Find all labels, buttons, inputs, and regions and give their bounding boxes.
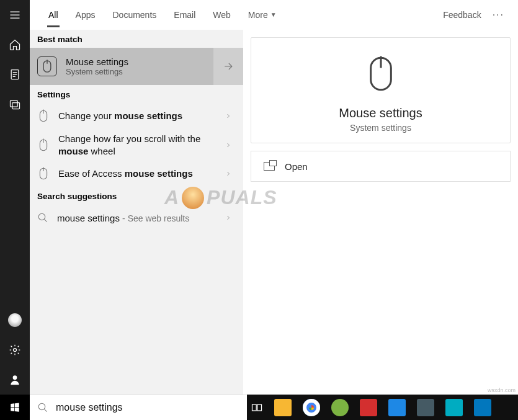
mouse-icon bbox=[37, 166, 50, 181]
settings-result-text: Change your mouse settings bbox=[58, 110, 182, 122]
search-input[interactable] bbox=[56, 402, 239, 413]
settings-result-row[interactable]: Change your mouse settings bbox=[30, 103, 243, 129]
home-button[interactable] bbox=[0, 30, 30, 60]
tab-email[interactable]: Email bbox=[165, 0, 204, 30]
results-panel: Best match Mouse settings System setting… bbox=[30, 30, 243, 395]
avatar-icon bbox=[8, 313, 22, 327]
hamburger-button[interactable] bbox=[0, 0, 30, 30]
chevron-right-icon bbox=[225, 170, 232, 177]
feedback-link[interactable]: Feedback bbox=[443, 10, 481, 20]
taskbar-app-icon[interactable] bbox=[445, 399, 463, 416]
settings-result-text: Ease of Access mouse settings bbox=[58, 168, 193, 180]
expand-arrow-button[interactable] bbox=[213, 48, 243, 85]
open-label: Open bbox=[285, 161, 308, 172]
detail-subtitle: System settings bbox=[350, 123, 411, 133]
taskbar-app-icon[interactable] bbox=[274, 399, 292, 416]
task-view-icon[interactable] bbox=[251, 401, 263, 414]
taskbar-app-icon[interactable] bbox=[474, 399, 491, 416]
search-icon bbox=[37, 212, 48, 223]
mouse-icon bbox=[37, 109, 50, 123]
tab-web[interactable]: Web bbox=[204, 0, 239, 30]
svg-point-3 bbox=[14, 349, 17, 352]
mouse-icon bbox=[37, 138, 50, 153]
tab-all[interactable]: All bbox=[40, 0, 67, 30]
chevron-down-icon: ▼ bbox=[270, 11, 277, 18]
taskbar-app-icon[interactable] bbox=[303, 399, 320, 416]
chevron-right-icon bbox=[225, 112, 232, 120]
pictures-button[interactable] bbox=[0, 89, 30, 119]
mouse-icon-large bbox=[364, 53, 398, 97]
settings-header: Settings bbox=[30, 85, 243, 103]
chevron-right-icon bbox=[225, 141, 232, 149]
svg-point-5 bbox=[38, 213, 45, 220]
taskbar-app-icon[interactable] bbox=[360, 399, 377, 416]
taskbar bbox=[247, 395, 518, 420]
more-options-button[interactable]: ··· bbox=[489, 9, 508, 20]
attribution-text: wsxdn.com bbox=[488, 387, 516, 393]
svg-point-4 bbox=[13, 375, 17, 380]
windows-icon bbox=[9, 402, 20, 413]
open-action[interactable]: Open bbox=[251, 151, 510, 181]
search-icon bbox=[37, 402, 48, 413]
account-button[interactable] bbox=[0, 305, 30, 335]
document-icon bbox=[9, 68, 21, 81]
detail-title: Mouse settings bbox=[339, 106, 422, 120]
power-button[interactable] bbox=[0, 365, 30, 395]
gear-icon bbox=[9, 344, 21, 356]
open-icon bbox=[264, 162, 275, 171]
taskbar-app-icon[interactable] bbox=[417, 399, 434, 416]
person-icon bbox=[9, 373, 21, 386]
settings-result-text: Change how far you scroll with the mouse… bbox=[58, 133, 207, 157]
mouse-icon bbox=[37, 56, 57, 76]
best-match-title: Mouse settings bbox=[66, 56, 128, 67]
tab-documents[interactable]: Documents bbox=[104, 0, 165, 30]
start-button[interactable] bbox=[0, 395, 30, 420]
arrow-right-icon bbox=[222, 60, 234, 73]
suggestions-header: Search suggestions bbox=[30, 187, 243, 205]
left-sidebar bbox=[0, 0, 30, 395]
search-suggestion-row[interactable]: mouse settings - See web results bbox=[30, 205, 243, 231]
taskbar-app-icon[interactable] bbox=[331, 399, 349, 416]
filter-header: All Apps Documents Email Web More ▼ Feed… bbox=[30, 0, 518, 30]
settings-button[interactable] bbox=[0, 335, 30, 365]
detail-card: Mouse settings System settings bbox=[251, 37, 511, 143]
filter-tabs: All Apps Documents Email Web More ▼ bbox=[40, 0, 285, 30]
settings-result-row[interactable]: Change how far you scroll with the mouse… bbox=[30, 129, 243, 161]
suggestion-text: mouse settings - See web results bbox=[57, 213, 189, 223]
taskbar-app-icon[interactable] bbox=[388, 399, 406, 416]
svg-rect-2 bbox=[12, 103, 20, 109]
detail-panel: Mouse settings System settings Open bbox=[251, 37, 511, 395]
tab-more[interactable]: More ▼ bbox=[239, 0, 285, 30]
best-match-subtitle: System settings bbox=[66, 67, 128, 76]
home-icon bbox=[9, 38, 21, 51]
chevron-right-icon bbox=[225, 214, 232, 221]
settings-result-row[interactable]: Ease of Access mouse settings bbox=[30, 161, 243, 187]
best-match-header: Best match bbox=[30, 30, 243, 48]
pictures-icon bbox=[9, 98, 21, 110]
svg-rect-8 bbox=[257, 404, 262, 411]
detail-actions: Open bbox=[251, 151, 511, 182]
svg-point-6 bbox=[38, 403, 45, 410]
search-bar[interactable] bbox=[30, 395, 247, 420]
documents-button[interactable] bbox=[0, 60, 30, 89]
best-match-result[interactable]: Mouse settings System settings bbox=[30, 48, 243, 85]
svg-rect-7 bbox=[252, 404, 257, 411]
tab-apps[interactable]: Apps bbox=[67, 0, 104, 30]
hamburger-icon bbox=[9, 9, 21, 21]
svg-rect-1 bbox=[11, 101, 18, 107]
